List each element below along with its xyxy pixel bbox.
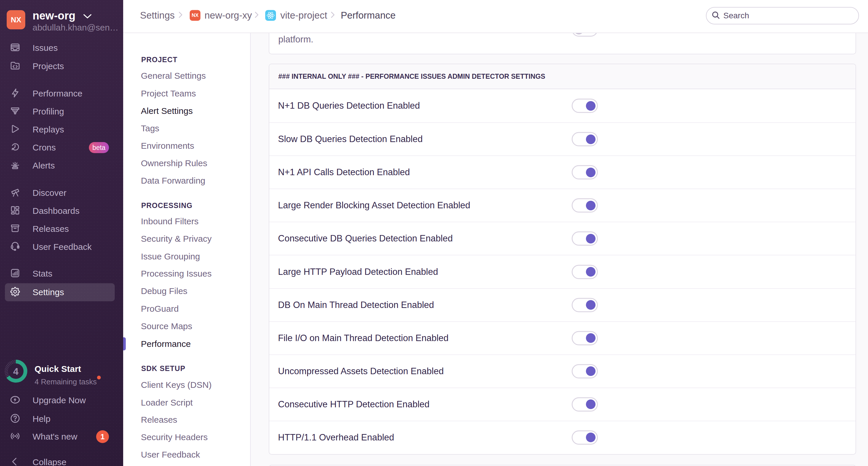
svg-text:4: 4 [13,366,19,377]
